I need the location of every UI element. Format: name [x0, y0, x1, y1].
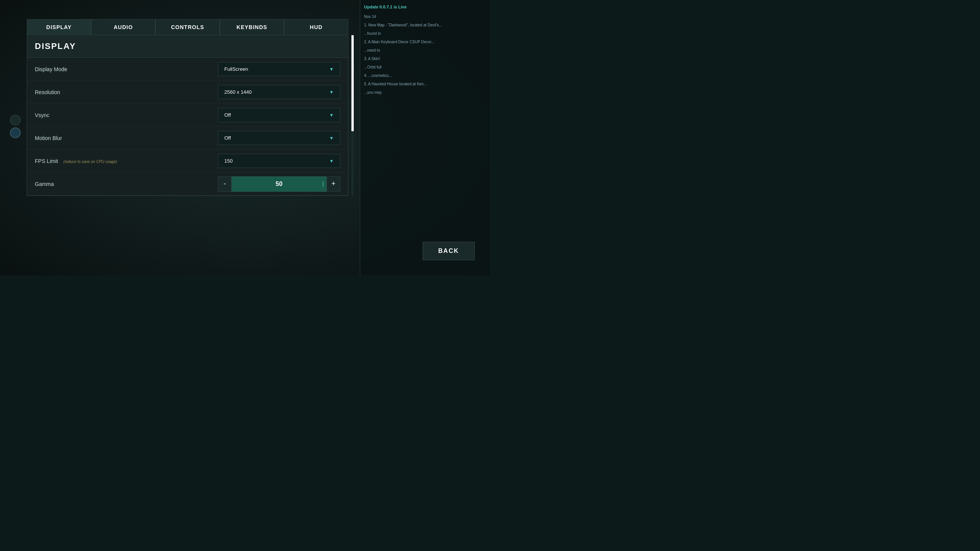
scrollbar[interactable]: [351, 35, 354, 196]
vsync-label: Vsync: [35, 112, 218, 118]
motion-blur-label: Motion Blur: [35, 135, 218, 141]
news-item-5: 3. A Skin!: [364, 56, 486, 62]
news-item-3: 2. A Main Keyboard Decor CSUP Decor...: [364, 39, 486, 45]
fps-limit-hint: (reduce to save on CPU usage): [64, 160, 117, 164]
back-button[interactable]: BACK: [423, 242, 475, 260]
gamma-bar[interactable]: 50: [232, 176, 327, 192]
news-item-7: 4. ...cosmetics...: [364, 73, 486, 79]
gamma-increase-button[interactable]: +: [327, 176, 340, 192]
fps-limit-row: FPS Limit (reduce to save on CPU usage) …: [27, 150, 348, 173]
motion-blur-arrow: ▼: [329, 135, 334, 141]
display-mode-value: FullScreen: [224, 66, 248, 72]
gamma-value: 50: [276, 181, 283, 187]
vsync-dropdown[interactable]: Off ▼: [218, 108, 340, 122]
section-title: DISPLAY: [35, 41, 76, 51]
settings-container: DISPLAY AUDIO CONTROLS KEYBINDS HUD DISP…: [0, 0, 375, 276]
motion-blur-value: Off: [224, 135, 231, 141]
resolution-row: Resolution 980 x 551 ▼: [27, 81, 348, 104]
display-mode-label: Display Mode: [35, 66, 218, 72]
resolution-value: 980 x 551: [224, 89, 252, 95]
fps-limit-label: FPS Limit (reduce to save on CPU usage): [35, 158, 218, 164]
tab-audio[interactable]: AUDIO: [91, 19, 155, 35]
resolution-label: Resolution: [35, 89, 218, 95]
fps-limit-dropdown[interactable]: 150 ▼: [218, 154, 340, 168]
news-date: Nov 14: [364, 14, 486, 20]
fps-limit-value: 150: [224, 158, 233, 164]
news-item-8: 5. A Haunted House located at Ken...: [364, 81, 486, 87]
display-mode-arrow: ▼: [329, 67, 334, 72]
fps-limit-arrow: ▼: [329, 158, 334, 164]
gamma-control: - 50 +: [218, 176, 340, 192]
news-item-9: ...you may: [364, 90, 486, 96]
section-header: DISPLAY: [27, 35, 348, 58]
news-panel: Update 0.0.7.1 is Live Nov 14 1. New Map…: [360, 0, 490, 276]
gamma-decrease-button[interactable]: -: [218, 176, 232, 192]
tabs-row: DISPLAY AUDIO CONTROLS KEYBINDS HUD: [0, 0, 375, 35]
vsync-value: Off: [224, 112, 231, 118]
news-title: Update 0.0.7.1 is Live: [364, 4, 486, 11]
tab-display[interactable]: DISPLAY: [27, 19, 91, 35]
tab-hud[interactable]: HUD: [284, 19, 348, 35]
settings-panel: DISPLAY Display Mode FullScreen ▼ Resolu…: [27, 35, 348, 196]
vsync-row: Vsync Off ▼: [27, 104, 348, 127]
news-item-6: ...Orbit full: [364, 64, 486, 70]
resolution-dropdown[interactable]: 980 x 551 ▼: [218, 85, 340, 99]
display-mode-dropdown[interactable]: FullScreen ▼: [218, 62, 340, 76]
scrollbar-thumb: [351, 35, 354, 131]
tab-controls[interactable]: CONTROLS: [155, 19, 220, 35]
tab-keybinds[interactable]: KEYBINDS: [220, 19, 284, 35]
gamma-label: Gamma: [35, 181, 218, 187]
vsync-arrow: ▼: [329, 112, 334, 118]
news-item-2: ...found in: [364, 31, 486, 37]
motion-blur-dropdown[interactable]: Off ▼: [218, 131, 340, 145]
resolution-arrow: ▼: [329, 90, 334, 95]
gamma-row: Gamma - 50 +: [27, 173, 348, 196]
display-mode-row: Display Mode FullScreen ▼: [27, 58, 348, 81]
news-item-1: 1. New Map - "Darkwood", located at Devi…: [364, 22, 486, 28]
motion-blur-row: Motion Blur Off ▼: [27, 127, 348, 150]
news-item-4: ...need to: [364, 47, 486, 54]
